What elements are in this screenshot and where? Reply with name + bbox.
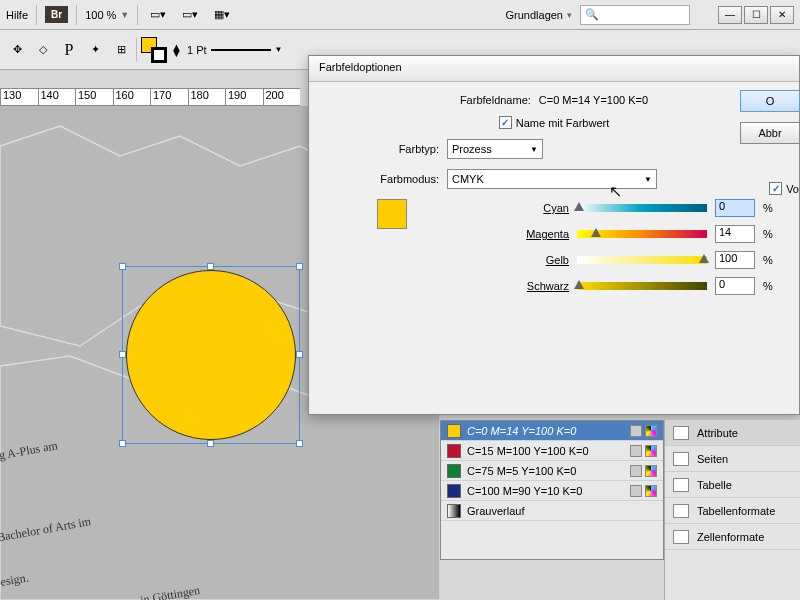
fill-stroke-swatch[interactable]	[141, 37, 167, 63]
swatch-name-value: C=0 M=14 Y=100 K=0	[539, 94, 648, 106]
search-input[interactable]: 🔍	[580, 5, 690, 25]
bridge-button[interactable]: Br	[45, 6, 68, 23]
zoom-level[interactable]: 100 %▼	[85, 9, 129, 21]
magenta-input[interactable]: 14	[715, 225, 755, 243]
top-menu-bar: Hilfe Br 100 %▼ ▭▾ ▭▾ ▦▾ Grundlagen▾ 🔍 —…	[0, 0, 800, 30]
swatches-panel: C=0 M=14 Y=100 K=0 C=15 M=100 Y=100 K=0 …	[440, 420, 664, 560]
yellow-slider[interactable]	[577, 256, 707, 264]
maximize-button[interactable]: ☐	[744, 6, 768, 24]
cyan-label: Cyan	[419, 202, 569, 214]
view-options-icon[interactable]: ▭▾	[146, 5, 170, 25]
help-menu[interactable]: Hilfe	[6, 9, 28, 21]
tool-b-icon[interactable]: ⊞	[110, 39, 132, 61]
panel-tab-attribute[interactable]: Attribute	[665, 420, 800, 446]
yellow-label: Gelb	[419, 254, 569, 266]
stroke-weight-control[interactable]: ▲▼ 1 Pt ▼	[171, 44, 283, 56]
magenta-label: Magenta	[419, 228, 569, 240]
yellow-input[interactable]: 100	[715, 251, 755, 269]
dialog-title: Farbfeldoptionen	[309, 56, 799, 82]
swatch-options-dialog: Farbfeldoptionen Farbfeldname: C=0 M=14 …	[308, 55, 800, 415]
magenta-slider[interactable]	[577, 230, 707, 238]
selected-circle-object[interactable]	[126, 270, 296, 440]
black-input[interactable]: 0	[715, 277, 755, 295]
cancel-button[interactable]: Abbr	[740, 122, 800, 144]
ok-button[interactable]: O	[740, 90, 800, 112]
right-panel-stack: Attribute Seiten Tabelle Tabellenformate…	[664, 420, 800, 600]
panel-tab-seiten[interactable]: Seiten	[665, 446, 800, 472]
black-label: Schwarz	[419, 280, 569, 292]
swatch-row[interactable]: Grauverlauf	[441, 501, 663, 521]
cyan-input[interactable]: 0	[715, 199, 755, 217]
swatch-row[interactable]: C=75 M=5 Y=100 K=0	[441, 461, 663, 481]
swatch-row[interactable]: C=15 M=100 Y=100 K=0	[441, 441, 663, 461]
swatch-row[interactable]: C=100 M=90 Y=10 K=0	[441, 481, 663, 501]
colortype-dropdown[interactable]: Prozess▼	[447, 139, 543, 159]
name-with-value-checkbox[interactable]: ✓Name mit Farbwert	[499, 116, 610, 129]
swatch-name-label: Farbfeldname:	[460, 94, 531, 106]
cursor-icon: ↖	[609, 182, 622, 201]
type-tool-icon[interactable]: P	[58, 39, 80, 61]
cyan-slider[interactable]	[577, 204, 707, 212]
selection-tool-icon[interactable]: ✥	[6, 39, 28, 61]
black-slider[interactable]	[577, 282, 707, 290]
colormode-label: Farbmodus:	[327, 173, 439, 185]
workspace-dropdown[interactable]: Grundlagen	[506, 9, 564, 21]
horizontal-ruler: 130 140 150 160 170 180 190 200	[0, 88, 300, 106]
panel-tab-tabellenformate[interactable]: Tabellenformate	[665, 498, 800, 524]
minimize-button[interactable]: —	[718, 6, 742, 24]
swatch-row[interactable]: C=0 M=14 Y=100 K=0	[441, 421, 663, 441]
panel-tab-zellenformate[interactable]: Zellenformate	[665, 524, 800, 550]
close-button[interactable]: ✕	[770, 6, 794, 24]
color-preview-swatch	[377, 199, 407, 229]
screen-mode-icon[interactable]: ▭▾	[178, 5, 202, 25]
colortype-label: Farbtyp:	[327, 143, 439, 155]
colormode-dropdown[interactable]: CMYK▼	[447, 169, 657, 189]
preview-checkbox[interactable]: ✓Vo	[769, 182, 799, 195]
tool-a-icon[interactable]: ✦	[84, 39, 106, 61]
direct-selection-icon[interactable]: ◇	[32, 39, 54, 61]
arrange-icon[interactable]: ▦▾	[210, 5, 234, 25]
panel-tab-tabelle[interactable]: Tabelle	[665, 472, 800, 498]
